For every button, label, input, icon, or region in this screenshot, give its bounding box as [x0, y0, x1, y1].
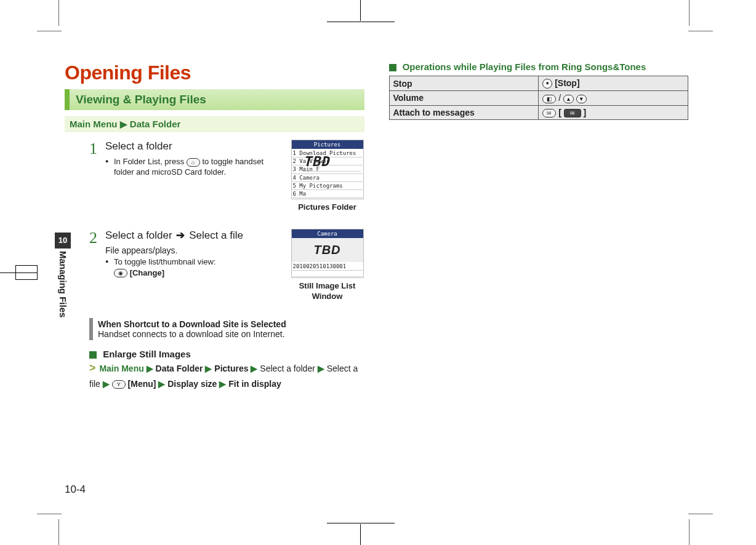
- lead-chevron-icon: >: [89, 362, 96, 374]
- crop-mark: [360, 0, 361, 21]
- operations-heading: Operations while Playing Files from Ring…: [389, 62, 689, 72]
- screenshot-pictures-folder: Pictures 1 Download Pictures 2 Va Viewer…: [291, 140, 364, 219]
- step-number: 1: [89, 140, 105, 158]
- step-head-b: Select a file: [189, 229, 243, 241]
- center-key-icon: ●: [542, 79, 552, 89]
- square-bullet-icon: [389, 64, 396, 71]
- screenshot-titlebar: Pictures: [292, 140, 363, 149]
- crop-mark: [688, 31, 713, 31]
- mail-key-icon: ✉: [542, 109, 556, 117]
- op-action: ● [Stop]: [539, 76, 688, 91]
- table-row: Stop ● [Stop]: [389, 76, 688, 91]
- key-label: [Change]: [130, 268, 164, 277]
- breadcrumb: Main Menu ▶ Data Folder: [65, 116, 364, 132]
- enlarge-heading: Enlarge Still Images: [89, 349, 364, 359]
- left-column: Opening Files Viewing & Playing Files Ma…: [65, 62, 364, 496]
- step-sub-text: To toggle list/thumbnail view:: [114, 257, 215, 266]
- note-title: When Shortcut to a Download Site is Sele…: [98, 319, 360, 329]
- step-number: 2: [89, 229, 105, 247]
- separator: /: [558, 93, 561, 103]
- triangle-icon: ▶: [103, 379, 112, 389]
- bracket-close: ]: [584, 108, 587, 117]
- op-label: Stop: [389, 76, 539, 91]
- triangle-icon: ▶: [219, 379, 228, 389]
- step-2: 2 Camera TBD 2010020510130001: [89, 229, 364, 308]
- square-bullet-icon: [89, 351, 97, 359]
- crop-mark: [688, 514, 713, 514]
- step-1: 1 Pictures 1 Download Pictures 2 Va View…: [89, 140, 364, 219]
- crop-mark: [15, 265, 38, 280]
- toggle-key-icon: ⌂: [187, 158, 200, 167]
- navigation-path: > Main Menu ▶ Data Folder ▶ Pictures ▶ S…: [89, 359, 364, 391]
- screenshot-caption: Pictures Folder: [291, 202, 364, 213]
- camera-key-icon: ◉: [114, 269, 127, 277]
- crop-mark: [689, 0, 690, 26]
- path-segment: Fit in display: [228, 379, 281, 389]
- bracket-open: [: [558, 108, 561, 117]
- breadcrumb-b: Data Folder: [130, 119, 181, 129]
- op-label: Volume: [389, 91, 539, 105]
- path-segment: Select a folder: [260, 364, 315, 373]
- page-number: 10-4: [65, 483, 86, 496]
- triangle-icon: ▶: [205, 364, 214, 373]
- menu-key-icon: Y: [112, 380, 126, 389]
- down-key-icon: ▼: [576, 95, 587, 103]
- page-title: Opening Files: [65, 62, 364, 84]
- crop-mark: [37, 514, 62, 514]
- screenshot-caption: Still Image List Window: [291, 280, 364, 302]
- crop-mark: [0, 272, 16, 273]
- crop-mark: [327, 22, 395, 22]
- triangle-icon: ▶: [120, 119, 130, 129]
- breadcrumb-a: Main Menu: [70, 119, 118, 129]
- triangle-icon: ▶: [158, 379, 167, 389]
- triangle-icon: ▶: [147, 364, 156, 373]
- operations-title: Operations while Playing Files from Ring…: [403, 62, 646, 72]
- side-key-icon: ◧: [542, 95, 556, 103]
- action-label: [Stop]: [555, 78, 579, 88]
- section-heading: Viewing & Playing Files: [65, 89, 364, 110]
- operations-table: Stop ● [Stop] Volume ◧ / ▲ ▼: [389, 76, 689, 120]
- crop-mark: [37, 31, 62, 31]
- note-body: Handset connects to a download site on I…: [98, 329, 360, 339]
- path-segment: Main Menu: [99, 364, 143, 373]
- crop-mark: [58, 0, 59, 26]
- triangle-icon: ▶: [318, 364, 327, 373]
- triangle-icon: ▶: [251, 364, 260, 373]
- path-segment: Display size: [167, 379, 217, 389]
- up-key-icon: ▲: [563, 95, 574, 103]
- arrow-right-icon: ➔: [176, 229, 185, 241]
- step-sub-text: In Folder List, press: [114, 157, 187, 166]
- key-label: [Menu]: [128, 379, 156, 389]
- crop-mark: [58, 519, 59, 545]
- path-segment: Data Folder: [156, 364, 203, 373]
- crop-mark: [360, 524, 361, 545]
- screenshot-item: 5 My Pictograms: [292, 182, 363, 190]
- enlarge-title: Enlarge Still Images: [103, 349, 191, 359]
- note-shortcut: When Shortcut to a Download Site is Sele…: [89, 318, 364, 340]
- message-icon: ✉: [564, 109, 581, 117]
- screenshot-item: 6 Ma: [292, 190, 363, 198]
- crop-mark: [327, 523, 395, 523]
- step-head-a: Select a folder: [105, 229, 175, 241]
- screenshot-titlebar: Camera: [292, 229, 363, 238]
- op-label: Attach to messages: [389, 105, 539, 119]
- path-segment: Pictures: [214, 364, 248, 373]
- crop-mark: [689, 519, 690, 545]
- table-row: Attach to messages ✉ [ ✉ ]: [389, 105, 688, 119]
- op-action: ◧ / ▲ ▼: [539, 91, 688, 105]
- op-action: ✉ [ ✉ ]: [539, 105, 688, 119]
- table-row: Volume ◧ / ▲ ▼: [389, 91, 688, 105]
- right-column: Operations while Playing Files from Ring…: [389, 62, 689, 496]
